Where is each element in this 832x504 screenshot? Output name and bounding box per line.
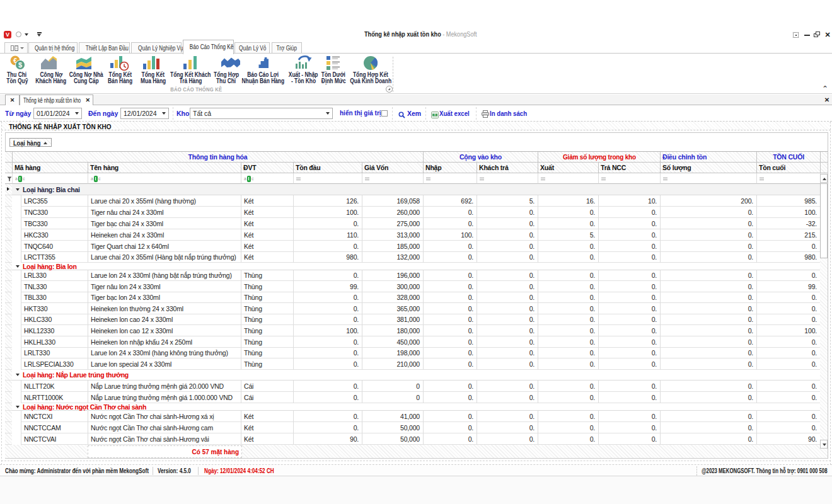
svg-text:$: $ — [18, 61, 22, 69]
svg-text:X: X — [434, 113, 436, 117]
